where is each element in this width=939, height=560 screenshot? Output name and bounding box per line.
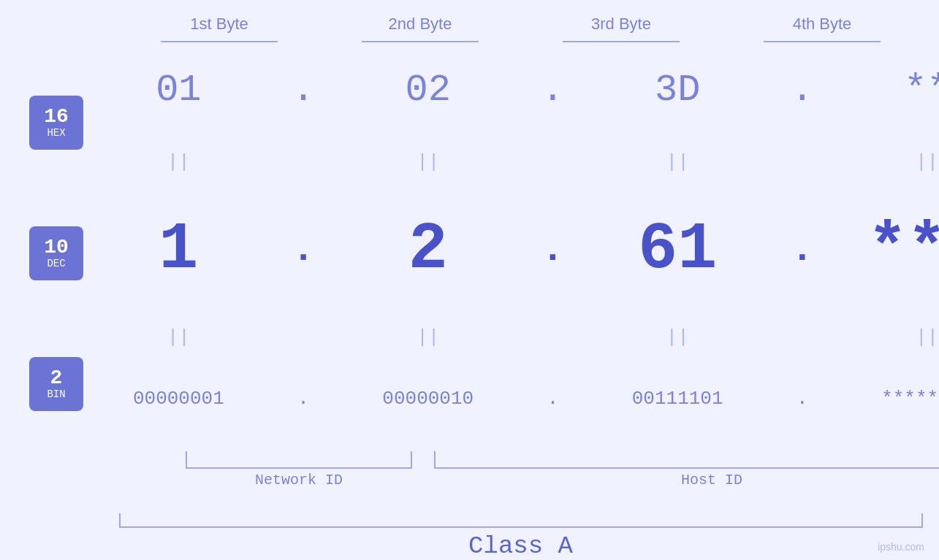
bottom-brackets bbox=[186, 451, 939, 469]
bin-badge: 2 BIN bbox=[29, 357, 83, 411]
hex-dot3: . bbox=[788, 69, 817, 112]
bin-b4: ******** bbox=[847, 388, 939, 410]
equals-row-2: || || || || bbox=[83, 325, 939, 350]
bottom-section: Network ID Host ID bbox=[83, 451, 939, 488]
eq2-b3: || bbox=[597, 326, 758, 348]
dec-badge-label: DEC bbox=[47, 258, 65, 269]
byte-headers: 1st Byte 2nd Byte 3rd Byte 4th Byte bbox=[119, 15, 923, 34]
host-id-label: Host ID bbox=[434, 472, 939, 488]
class-section: Class A bbox=[119, 513, 923, 560]
bin-badge-num: 2 bbox=[50, 368, 63, 388]
hex-b1: 01 bbox=[98, 69, 259, 112]
bin-dot2: . bbox=[538, 388, 567, 410]
eq1-b1: || bbox=[98, 151, 259, 173]
bin-b3: 00111101 bbox=[597, 388, 758, 410]
byte2-header: 2nd Byte bbox=[340, 15, 501, 34]
dec-dot3: . bbox=[788, 229, 817, 272]
bin-dot1: . bbox=[289, 388, 318, 410]
bracket-gap bbox=[412, 451, 434, 469]
watermark: ipshu.com bbox=[878, 541, 924, 553]
dec-row: 1 . 2 . 61 . *** bbox=[83, 212, 939, 287]
hex-b3: 3D bbox=[597, 69, 758, 112]
bin-b2: 00000010 bbox=[348, 388, 509, 410]
byte1-header: 1st Byte bbox=[139, 15, 300, 34]
dec-badge: 10 DEC bbox=[29, 226, 83, 280]
id-labels: Network ID Host ID bbox=[186, 472, 939, 488]
main-container: 1st Byte 2nd Byte 3rd Byte 4th Byte 16 H… bbox=[0, 0, 939, 560]
hex-badge-label: HEX bbox=[47, 127, 65, 139]
hex-badge-num: 16 bbox=[44, 107, 69, 127]
eq2-b1: || bbox=[98, 326, 259, 348]
dec-badge-num: 10 bbox=[44, 237, 69, 258]
eq1-b3: || bbox=[597, 151, 758, 173]
eq1-b2: || bbox=[348, 151, 509, 173]
dec-b3: 61 bbox=[597, 212, 758, 287]
values-area: 01 . 02 . 3D . ** || || || || 1 . bbox=[83, 42, 939, 507]
class-bracket bbox=[119, 513, 923, 528]
labels-gap bbox=[412, 472, 434, 488]
bin-b1: 00000001 bbox=[98, 388, 259, 410]
bin-badge-label: BIN bbox=[47, 388, 65, 400]
bin-row: 00000001 . 00000010 . 00111101 . *******… bbox=[83, 388, 939, 410]
hex-dot2: . bbox=[538, 69, 567, 112]
hex-b4: ** bbox=[847, 69, 939, 112]
eq2-b4: || bbox=[847, 326, 939, 348]
hex-badge: 16 HEX bbox=[29, 96, 83, 150]
host-bracket bbox=[434, 451, 939, 469]
hex-b2: 02 bbox=[348, 69, 509, 112]
hex-dot1: . bbox=[289, 69, 318, 112]
main-area: 16 HEX 10 DEC 2 BIN 01 . 02 . 3D . ** bbox=[0, 42, 939, 507]
eq2-b2: || bbox=[348, 326, 509, 348]
byte4-header: 4th Byte bbox=[742, 15, 902, 34]
byte3-header: 3rd Byte bbox=[541, 15, 702, 34]
eq1-b4: || bbox=[847, 151, 939, 173]
dec-dot2: . bbox=[538, 229, 567, 272]
badges-column: 16 HEX 10 DEC 2 BIN bbox=[0, 42, 83, 507]
dec-dot1: . bbox=[289, 229, 318, 272]
hex-row: 01 . 02 . 3D . ** bbox=[83, 69, 939, 112]
dec-b1: 1 bbox=[98, 212, 259, 287]
equals-row-1: || || || || bbox=[83, 150, 939, 174]
dec-b4: *** bbox=[847, 212, 939, 287]
network-bracket bbox=[186, 451, 412, 469]
dec-b2: 2 bbox=[348, 212, 509, 287]
network-id-label: Network ID bbox=[186, 472, 412, 488]
class-label: Class A bbox=[119, 532, 923, 560]
bin-dot3: . bbox=[788, 388, 817, 410]
